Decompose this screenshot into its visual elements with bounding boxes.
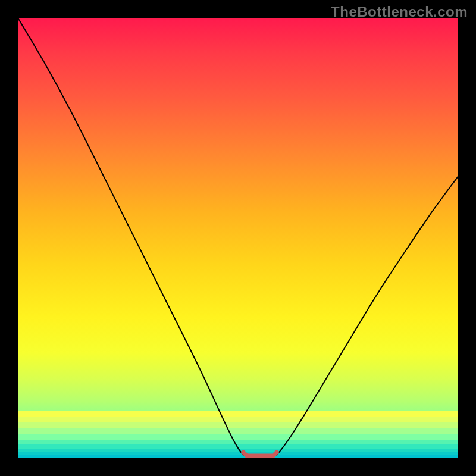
flat-bottom-marker xyxy=(243,452,277,456)
chart-stage: TheBottleneck.com xyxy=(0,0,476,476)
bottleneck-curve xyxy=(18,18,458,458)
plot-area xyxy=(18,18,458,458)
watermark-text: TheBottleneck.com xyxy=(331,4,468,20)
curve-layer xyxy=(18,18,458,458)
